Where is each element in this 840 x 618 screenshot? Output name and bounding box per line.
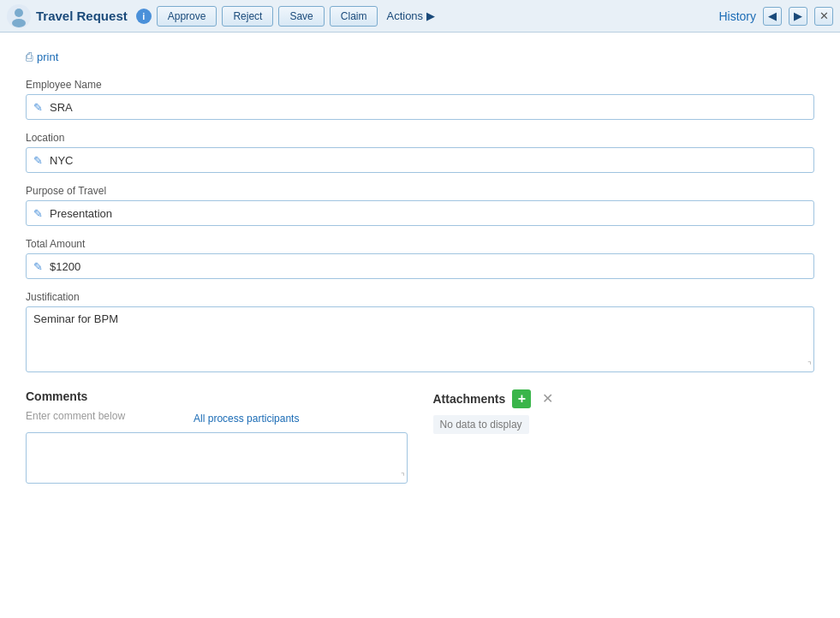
comments-title: Comments: [26, 389, 408, 403]
save-button[interactable]: Save: [278, 6, 324, 27]
actions-label: Actions: [386, 9, 423, 22]
info-icon[interactable]: i: [136, 9, 152, 24]
total-amount-input[interactable]: [50, 260, 807, 273]
employee-name-input[interactable]: [50, 101, 807, 114]
purpose-field-group: Purpose of Travel ✎: [26, 185, 814, 226]
employee-name-edit-icon[interactable]: ✎: [33, 101, 43, 114]
total-amount-label: Total Amount: [26, 238, 814, 250]
toolbar-left: Travel Request i Approve Reject Save Cla…: [7, 4, 713, 28]
comment-textarea[interactable]: [33, 438, 400, 479]
employee-name-field-group: Employee Name ✎: [26, 79, 814, 120]
attachments-section: Attachments + ✕ No data to display: [433, 389, 815, 484]
prev-button[interactable]: ◀: [763, 7, 782, 26]
app-title: Travel Request: [36, 9, 128, 23]
prev-icon: ◀: [768, 9, 777, 22]
comment-hint-row: Enter comment below All process particip…: [26, 410, 408, 427]
avatar-icon: [7, 4, 31, 28]
attachment-remove-icon: ✕: [542, 392, 553, 406]
purpose-input-wrap[interactable]: ✎: [26, 200, 814, 226]
justification-field-group: Justification Seminar for BPM ⌝: [26, 291, 814, 372]
print-link[interactable]: ⎙ print: [26, 50, 814, 63]
attachments-title: Attachments + ✕: [433, 389, 815, 408]
claim-button[interactable]: Claim: [330, 6, 378, 27]
comment-textarea-wrap[interactable]: ⌝: [26, 432, 408, 484]
justification-textarea[interactable]: Seminar for BPM: [33, 312, 807, 364]
history-label: History: [718, 9, 756, 23]
print-icon: ⎙: [26, 50, 33, 63]
svg-point-2: [12, 19, 26, 27]
comments-title-text: Comments: [26, 389, 87, 403]
purpose-label: Purpose of Travel: [26, 185, 814, 197]
main-content: ⎙ print Employee Name ✎ Location ✎ Purpo…: [0, 33, 840, 501]
location-input[interactable]: [50, 154, 807, 167]
close-icon: ✕: [819, 9, 829, 22]
participants-link[interactable]: All process participants: [194, 413, 299, 425]
attachments-title-text: Attachments: [433, 392, 506, 406]
no-data-text: No data to display: [433, 415, 529, 434]
comments-section: Comments Enter comment below All process…: [26, 389, 408, 484]
toolbar-right: History ◀ ▶ ✕: [718, 7, 833, 26]
location-label: Location: [26, 132, 814, 144]
resize-handle-icon: ⌝: [807, 361, 812, 370]
justification-textarea-wrap[interactable]: Seminar for BPM ⌝: [26, 306, 814, 372]
total-amount-field-group: Total Amount ✎: [26, 238, 814, 279]
location-edit-icon[interactable]: ✎: [33, 154, 43, 167]
actions-group[interactable]: Actions ▶: [386, 9, 435, 22]
actions-arrow-icon: ▶: [426, 9, 435, 22]
next-icon: ▶: [794, 9, 802, 22]
close-button[interactable]: ✕: [814, 7, 833, 26]
location-field-group: Location ✎: [26, 132, 814, 173]
justification-label: Justification: [26, 291, 814, 303]
purpose-edit-icon[interactable]: ✎: [33, 207, 43, 220]
attachment-add-button[interactable]: +: [512, 389, 531, 408]
location-input-wrap[interactable]: ✎: [26, 147, 814, 173]
svg-point-1: [15, 9, 23, 17]
total-amount-edit-icon[interactable]: ✎: [33, 260, 43, 273]
reject-button[interactable]: Reject: [222, 6, 273, 27]
total-amount-input-wrap[interactable]: ✎: [26, 253, 814, 279]
print-label: print: [37, 51, 58, 63]
employee-name-input-wrap[interactable]: ✎: [26, 94, 814, 120]
purpose-input[interactable]: [50, 207, 807, 220]
employee-name-label: Employee Name: [26, 79, 814, 91]
bottom-section: Comments Enter comment below All process…: [26, 389, 814, 484]
toolbar: Travel Request i Approve Reject Save Cla…: [0, 0, 840, 33]
approve-button[interactable]: Approve: [157, 6, 217, 27]
comment-hint-text: Enter comment below: [26, 410, 125, 422]
attachment-remove-button[interactable]: ✕: [538, 389, 557, 408]
comment-resize-handle-icon: ⌝: [401, 472, 405, 481]
next-button[interactable]: ▶: [789, 7, 807, 26]
attachment-add-icon: +: [518, 392, 526, 406]
